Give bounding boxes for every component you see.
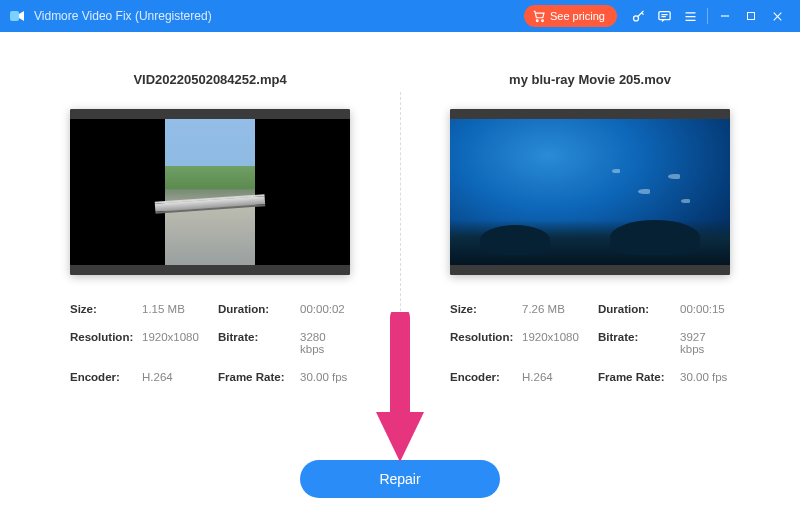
duration-value: 00:00:02 (300, 303, 350, 315)
bitrate-label: Bitrate: (218, 331, 296, 355)
sample-video-panel: my blu-ray Movie 205.mov Size: 7.26 MB D… (400, 72, 750, 516)
svg-point-2 (542, 20, 544, 22)
main-content: VID20220502084252.mp4 Size: 1.15 MB Dura… (0, 32, 800, 516)
framerate-value: 30.00 fps (680, 371, 730, 383)
source-metadata: Size: 1.15 MB Duration: 00:00:02 Resolut… (70, 303, 350, 383)
svg-rect-4 (658, 11, 669, 19)
maximize-button[interactable] (738, 0, 764, 32)
encoder-value: H.264 (142, 371, 214, 383)
titlebar: Vidmore Video Fix (Unregistered) See pri… (0, 0, 800, 32)
menu-icon[interactable] (677, 0, 703, 32)
cart-icon (532, 9, 546, 23)
svg-point-3 (633, 15, 638, 20)
feedback-icon[interactable] (651, 0, 677, 32)
titlebar-separator (707, 8, 708, 24)
duration-value: 00:00:15 (680, 303, 730, 315)
sample-metadata: Size: 7.26 MB Duration: 00:00:15 Resolut… (450, 303, 730, 383)
app-title: Vidmore Video Fix (Unregistered) (34, 9, 212, 23)
source-video-panel: VID20220502084252.mp4 Size: 1.15 MB Dura… (50, 72, 400, 516)
app-logo-icon (8, 7, 26, 25)
svg-point-1 (536, 20, 538, 22)
key-icon[interactable] (625, 0, 651, 32)
encoder-label: Encoder: (450, 371, 518, 383)
see-pricing-label: See pricing (550, 10, 605, 22)
resolution-value: 1920x1080 (522, 331, 594, 355)
resolution-value: 1920x1080 (142, 331, 214, 355)
encoder-value: H.264 (522, 371, 594, 383)
resolution-label: Resolution: (450, 331, 518, 355)
size-value: 7.26 MB (522, 303, 594, 315)
duration-label: Duration: (598, 303, 676, 315)
repair-button[interactable]: Repair (300, 460, 500, 498)
sample-thumbnail (450, 109, 730, 275)
duration-label: Duration: (218, 303, 296, 315)
framerate-value: 30.00 fps (300, 371, 350, 383)
vertical-divider (400, 92, 401, 442)
size-label: Size: (450, 303, 518, 315)
close-button[interactable] (764, 0, 790, 32)
svg-rect-5 (748, 13, 755, 20)
see-pricing-button[interactable]: See pricing (524, 5, 617, 27)
minimize-button[interactable] (712, 0, 738, 32)
svg-rect-0 (10, 11, 19, 21)
resolution-label: Resolution: (70, 331, 138, 355)
bitrate-label: Bitrate: (598, 331, 676, 355)
sample-filename: my blu-ray Movie 205.mov (509, 72, 671, 87)
framerate-label: Frame Rate: (218, 371, 296, 383)
size-value: 1.15 MB (142, 303, 214, 315)
source-filename: VID20220502084252.mp4 (133, 72, 286, 87)
size-label: Size: (70, 303, 138, 315)
source-thumbnail (70, 109, 350, 275)
framerate-label: Frame Rate: (598, 371, 676, 383)
bitrate-value: 3927 kbps (680, 331, 730, 355)
bitrate-value: 3280 kbps (300, 331, 350, 355)
encoder-label: Encoder: (70, 371, 138, 383)
